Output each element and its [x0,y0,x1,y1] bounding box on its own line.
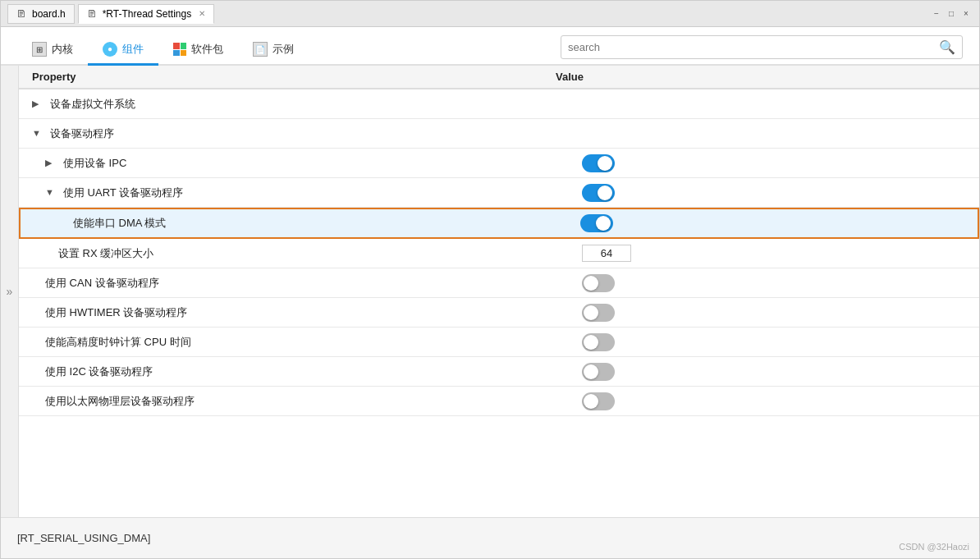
tab-package-label: 软件包 [191,42,223,57]
tab-board-h[interactable]: 🖹 board.h [7,4,75,24]
main-content: » Property Value ▶ 设备虚拟文件系统 ▼ 设备驱动 [1,66,979,517]
toggle-dma[interactable] [580,214,613,232]
value-cell [569,358,979,386]
minimize-button[interactable]: − [930,7,943,21]
toggle-knob [584,364,598,379]
search-icon[interactable]: 🔍 [939,39,955,55]
table-row: 使用 CAN 设备驱动程序 [19,268,979,298]
footer: [RT_SERIAL_USING_DMA] [1,517,979,558]
settings-table: Property Value ▶ 设备虚拟文件系统 ▼ 设备驱动程序 [19,66,979,517]
table-row: ▼ 使用 UART 设备驱动程序 [19,178,979,208]
property-cell: 使用以太网物理层设备驱动程序 [19,389,569,414]
value-cell [569,387,979,415]
search-box[interactable]: 🔍 [561,35,963,59]
rx-buf-value[interactable]: 64 [582,245,631,262]
toggle-uart[interactable] [582,184,615,202]
toggle-knob [598,186,612,200]
toggle-knob [584,394,598,409]
titlebar: 🖹 board.h 🖹 *RT-Thread Settings ✕ − □ × [1,1,979,27]
tab-board-h-label: board.h [32,8,66,20]
toggle-eth[interactable] [582,392,615,410]
property-cell: ▼ 设备驱动程序 [19,121,569,146]
toggle-can[interactable] [582,274,615,292]
package-icon [173,43,186,56]
expand-right-icon[interactable]: ▶ [32,99,44,110]
value-cell [569,328,979,356]
sidebar-expand-arrow[interactable]: » [1,66,19,517]
value-cell [569,149,979,177]
toggle-knob [598,156,612,171]
property-cell: 使用 I2C 设备驱动程序 [19,360,569,384]
toggle-hpclock[interactable] [582,333,615,351]
value-cell [569,299,979,327]
value-cell: 64 [569,240,979,267]
table-row: 使能高精度时钟计算 CPU 时间 [19,328,979,357]
footer-text: [RT_SERIAL_USING_DMA] [17,532,150,544]
property-cell: 使能高精度时钟计算 CPU 时间 [19,330,569,355]
toolbar: ⊞ 内核 ● 组件 软件包 📄 示例 🔍 [1,27,979,66]
value-cell [569,269,979,297]
table-row-dma: 使能串口 DMA 模式 [19,208,979,239]
kernel-icon: ⊞ [32,42,47,57]
tab-example[interactable]: 📄 示例 [238,35,309,66]
tab-rt-settings-label: *RT-Thread Settings [103,8,192,20]
property-cell-dma: 使能串口 DMA 模式 [21,211,567,236]
tab-close-icon[interactable]: ✕ [199,9,205,18]
table-header: Property Value [19,66,979,89]
property-cell: ▶ 设备虚拟文件系统 [19,92,569,117]
column-value: Value [556,71,966,83]
property-cell: ▼ 使用 UART 设备驱动程序 [19,181,569,205]
table-row: 使用 HWTIMER 设备驱动程序 [19,298,979,328]
table-row: ▶ 使用设备 IPC [19,149,979,178]
table-row: ▼ 设备驱动程序 [19,119,979,149]
expand-right-icon[interactable]: ▶ [45,158,57,169]
value-cell [569,129,979,139]
property-cell: 使用 CAN 设备驱动程序 [19,271,569,296]
property-cell: ▶ 使用设备 IPC [19,151,569,176]
search-input[interactable] [568,41,939,53]
table-row: 使用 I2C 设备驱动程序 [19,357,979,387]
example-icon: 📄 [253,42,268,57]
toggle-knob [596,216,611,231]
toggle-knob [584,335,598,350]
expand-down-icon[interactable]: ▼ [45,187,57,199]
file-icon: 🖹 [16,8,28,20]
tab-kernel-label: 内核 [52,42,73,57]
tab-component-label: 组件 [122,42,144,57]
settings-file-icon: 🖹 [87,8,98,20]
tab-example-label: 示例 [272,42,294,57]
property-cell: 使用 HWTIMER 设备驱动程序 [19,300,569,325]
toggle-knob [584,305,598,320]
window-controls: − □ × [930,7,973,21]
toggle-i2c[interactable] [582,363,615,381]
tab-package[interactable]: 软件包 [158,35,238,66]
table-row: 设置 RX 缓冲区大小 64 [19,239,979,268]
table-row: 使用以太网物理层设备驱动程序 [19,387,979,416]
value-cell [569,99,979,109]
watermark: CSDN @32Haozi [899,542,969,552]
component-icon: ● [103,42,117,57]
expand-down-icon[interactable]: ▼ [32,128,44,140]
table-row: ▶ 设备虚拟文件系统 [19,89,979,119]
tab-component[interactable]: ● 组件 [88,35,158,66]
toggle-ipc[interactable] [582,154,615,172]
close-button[interactable]: × [959,7,973,21]
property-cell: 设置 RX 缓冲区大小 [19,241,569,266]
restore-button[interactable]: □ [945,7,958,21]
toggle-hwtimer[interactable] [582,304,615,322]
value-cell-dma [567,209,978,237]
column-property: Property [32,71,556,83]
toggle-knob [584,276,598,291]
tab-kernel[interactable]: ⊞ 内核 [17,35,88,66]
tab-rt-thread-settings[interactable]: 🖹 *RT-Thread Settings ✕ [78,4,215,24]
value-cell [569,179,979,207]
